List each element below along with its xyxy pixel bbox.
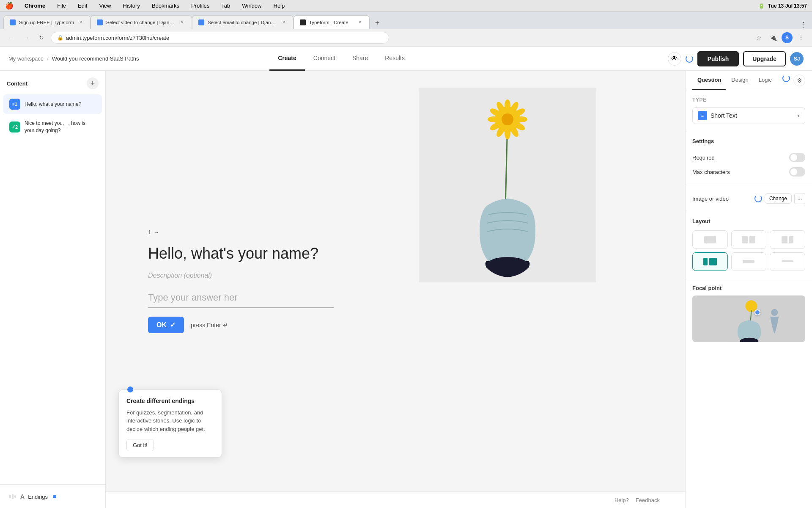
type-select-value: Short Text <box>710 112 794 119</box>
answer-input[interactable]: Type your answer her <box>148 288 334 308</box>
clock: Tue 13 Jul 13:57 <box>768 3 807 9</box>
layout-option-4[interactable] <box>692 252 728 271</box>
profile-icon[interactable]: S <box>782 32 793 43</box>
url-text: admin.typeform.com/form/z7T30lhu/create <box>66 35 169 41</box>
menubar-bookmarks[interactable]: Bookmarks <box>149 2 182 10</box>
focal-point-image[interactable] <box>692 295 805 342</box>
browser-tab-1[interactable]: Sign up FREE | Typeform × <box>3 15 91 29</box>
loading-spinner <box>686 55 693 63</box>
forward-button[interactable]: → <box>20 32 32 44</box>
sidebar-header: Content + <box>0 71 105 94</box>
menubar-app[interactable]: Chrome <box>22 2 48 10</box>
type-select-dropdown[interactable]: ≡ Short Text ▾ <box>692 107 805 124</box>
breadcrumb-workspace[interactable]: My workspace <box>8 55 44 62</box>
panel-tab-question[interactable]: Question <box>692 71 726 90</box>
type-section: Type ≡ Short Text ▾ <box>686 90 812 131</box>
layout-option-3[interactable] <box>770 230 805 249</box>
nav-tab-create[interactable]: Create <box>269 47 305 71</box>
back-button[interactable]: ← <box>5 32 17 44</box>
menubar: 🍎 Chrome File Edit View History Bookmark… <box>0 0 812 12</box>
tab-menu-icon[interactable]: ⋮ <box>800 21 807 29</box>
nav-tab-share[interactable]: Share <box>344 47 376 71</box>
menubar-right: 🔋 Tue 13 Jul 13:57 <box>758 3 807 9</box>
browser-menu-icon[interactable]: ⋮ <box>795 32 807 44</box>
image-video-row: Image or video Change ··· <box>692 193 805 204</box>
browser-tab-2[interactable]: Select video to change | Djang... × <box>91 15 192 29</box>
preview-button[interactable]: 👁 <box>668 52 681 66</box>
ok-button[interactable]: OK ✓ <box>148 317 184 333</box>
url-bar[interactable]: 🔒 admin.typeform.com/form/z7T30lhu/creat… <box>51 32 389 44</box>
max-characters-label: Max characters <box>692 169 730 175</box>
tab-close-3[interactable]: × <box>280 19 287 26</box>
tab-close-1[interactable]: × <box>77 19 84 26</box>
endings-button[interactable]: A Endings <box>5 490 100 503</box>
menubar-profiles[interactable]: Profiles <box>189 2 212 10</box>
endings-icon <box>9 494 16 499</box>
help-link[interactable]: Help? <box>614 497 629 503</box>
menubar-view[interactable]: View <box>96 2 113 10</box>
focal-point-dot[interactable] <box>754 309 760 315</box>
question-number-2: ✓ 2 <box>9 121 20 133</box>
press-enter-hint: press Enter ↵ <box>191 322 228 329</box>
form-canvas: 1 → Hello, what's your name? Description… <box>106 71 685 508</box>
main-question-text: Hello, what's your name? <box>148 244 402 264</box>
menubar-help[interactable]: Help <box>271 2 288 10</box>
panel-tabs: Question Design Logic ⚙ <box>686 71 812 90</box>
image-more-button[interactable]: ··· <box>794 193 805 204</box>
panel-tab-logic[interactable]: Logic <box>754 71 777 90</box>
change-image-button[interactable]: Change <box>765 193 792 204</box>
layout-preview-2b <box>749 236 755 243</box>
feedback-link[interactable]: Feedback <box>636 497 660 503</box>
question-label: 1 → <box>148 229 402 235</box>
layout-option-5[interactable] <box>731 252 767 271</box>
layout-options-grid <box>692 230 805 271</box>
max-characters-toggle[interactable] <box>789 167 805 177</box>
image-video-actions: Change ··· <box>754 193 805 204</box>
required-toggle[interactable] <box>789 153 805 162</box>
question-arrow-icon: → <box>154 229 159 235</box>
tooltip-got-it-button[interactable]: Got it! <box>126 439 154 451</box>
menubar-window[interactable]: Window <box>239 2 264 10</box>
new-tab-button[interactable]: + <box>371 17 383 29</box>
nav-tab-results[interactable]: Results <box>376 47 413 71</box>
publish-button[interactable]: Publish <box>697 51 739 66</box>
extensions-icon[interactable]: 🔌 <box>767 32 779 44</box>
browser-tab-4[interactable]: Typeform - Create × <box>294 15 370 29</box>
settings-section: Settings Required Max characters <box>686 131 812 186</box>
menubar-history[interactable]: History <box>120 2 142 10</box>
panel-settings-icon[interactable]: ⚙ <box>793 75 805 86</box>
tab-title-4: Typeform - Create <box>309 20 353 25</box>
nav-tab-connect[interactable]: Connect <box>305 47 344 71</box>
app-nav: Create Connect Share Results <box>269 47 413 71</box>
browser-tab-3[interactable]: Select email to change | Djang... × <box>192 15 294 29</box>
tab-close-2[interactable]: × <box>179 19 186 26</box>
main-layout: Content + ≡ 1 Hello, what's your name? ✓… <box>0 71 812 508</box>
reload-button[interactable]: ↻ <box>36 32 47 44</box>
tab-close-4[interactable]: × <box>357 19 363 26</box>
layout-option-6[interactable] <box>770 252 805 271</box>
upgrade-button[interactable]: Upgrade <box>743 51 786 66</box>
bookmark-icon[interactable]: ☆ <box>753 32 765 44</box>
question-text-2: Nice to meet you, _, how is your day goi… <box>25 120 96 134</box>
layout-option-2[interactable] <box>731 230 767 249</box>
address-bar: ← → ↻ 🔒 admin.typeform.com/form/z7T30lhu… <box>0 29 812 47</box>
question-item-2[interactable]: ✓ 2 Nice to meet you, _, how is your day… <box>3 116 102 138</box>
add-question-button[interactable]: + <box>87 77 99 89</box>
apple-menu[interactable]: 🍎 <box>5 2 14 10</box>
panel-tab-design[interactable]: Design <box>726 71 753 90</box>
layout-option-1[interactable] <box>692 230 728 249</box>
battery-icon: 🔋 <box>758 3 765 9</box>
user-avatar[interactable]: SJ <box>790 52 804 66</box>
question-number-label: 1 <box>148 229 151 235</box>
focal-point-title: Focal point <box>692 285 805 291</box>
menubar-tab[interactable]: Tab <box>219 2 233 10</box>
sidebar-title: Content <box>7 80 27 87</box>
enter-symbol: ↵ <box>223 322 228 329</box>
menubar-file[interactable]: File <box>55 2 69 10</box>
right-panel: Question Design Logic ⚙ Type ≡ Short Tex… <box>685 71 812 508</box>
tab-title-2: Select video to change | Djang... <box>106 20 176 25</box>
question-item-1[interactable]: ≡ 1 Hello, what's your name? <box>3 94 102 114</box>
menubar-edit[interactable]: Edit <box>75 2 90 10</box>
question-number-1: ≡ 1 <box>9 99 20 110</box>
description-placeholder[interactable]: Description (optional) <box>148 272 402 279</box>
